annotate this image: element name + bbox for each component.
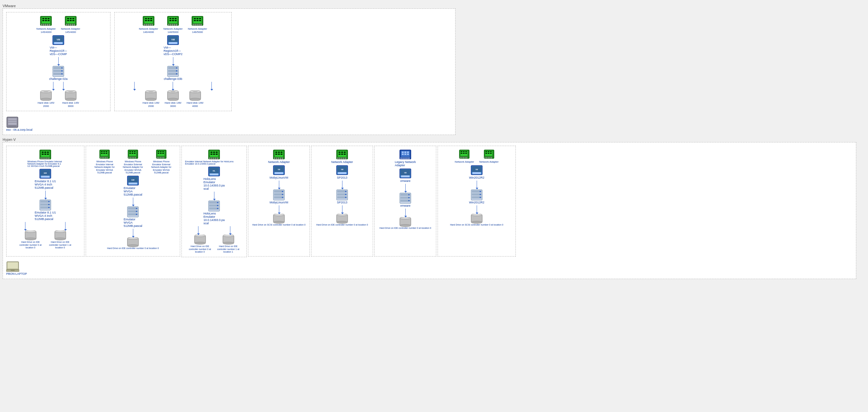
hv-na-emwvga-3: Windows Phone Emulator External Network … bbox=[149, 149, 174, 174]
hv-disk-vmware-label: Hard Drive on IDE controller number 0 at… bbox=[380, 227, 431, 229]
svg-rect-227 bbox=[275, 152, 277, 153]
svg-rect-183 bbox=[129, 182, 137, 184]
svg-point-102 bbox=[170, 91, 176, 92]
svg-rect-158 bbox=[132, 151, 133, 152]
svg-rect-164 bbox=[130, 157, 131, 158]
hyperv-vms-row: Windows Phone Emulator Internal Network … bbox=[6, 146, 853, 257]
challenge-03b: challenge-03b bbox=[118, 65, 228, 81]
svg-rect-177 bbox=[158, 157, 159, 158]
svg-rect-78 bbox=[199, 20, 201, 21]
hv-vm-sp2013-icon: VM bbox=[336, 165, 348, 176]
svg-rect-149 bbox=[105, 153, 107, 154]
disk-left-1-icon bbox=[40, 90, 52, 101]
server-right-icon bbox=[167, 65, 179, 77]
svg-text:VM: VM bbox=[172, 38, 175, 41]
svg-rect-340 bbox=[479, 191, 481, 192]
svg-rect-217 bbox=[217, 205, 218, 206]
disk-r1-icon bbox=[145, 90, 157, 101]
vmware-label: VMware bbox=[3, 4, 865, 8]
disk-146-2000: Hard disk 146/2000 bbox=[143, 90, 160, 108]
svg-rect-3 bbox=[45, 18, 47, 19]
hv-vm-emwvga-icon: EM bbox=[127, 175, 139, 186]
vmware-left-box: Network Adapter145/4000 bbox=[6, 12, 111, 111]
svg-rect-312 bbox=[463, 153, 465, 154]
hv-na-emwvga-1-icon bbox=[99, 149, 110, 160]
vmware-left-disks: Hard disk 145/2000 Hard disk 145/3000 bbox=[10, 90, 107, 108]
svg-rect-210 bbox=[210, 173, 218, 175]
hv-vm-mobylinux: Network Adapter VM MobyLinuxVM bbox=[248, 146, 310, 257]
hv-vm-emwvga: Windows Phone Emulator Internal Network … bbox=[86, 146, 180, 257]
hv-vm-emwvga-label: EmulatorWVGA512MB.pascal bbox=[123, 186, 142, 196]
svg-rect-12 bbox=[49, 24, 50, 26]
hv-em81u1-disks: Hard Drive on IDE controller number 0 at… bbox=[10, 231, 81, 249]
svg-rect-120 bbox=[40, 157, 42, 159]
svg-rect-341 bbox=[479, 194, 481, 195]
svg-point-43 bbox=[65, 98, 76, 101]
svg-rect-18 bbox=[67, 20, 69, 21]
hv-na-em81u1-label: Windows Phone Emulator Internal Network … bbox=[27, 160, 63, 167]
svg-rect-189 bbox=[136, 208, 137, 209]
svg-rect-117 bbox=[42, 153, 44, 155]
svg-rect-288 bbox=[402, 157, 404, 159]
svg-rect-67 bbox=[170, 24, 172, 26]
disk-146-4000-label: Hard disk 146/4000 bbox=[187, 101, 204, 108]
svg-rect-114 bbox=[42, 152, 44, 153]
svg-rect-165 bbox=[132, 157, 133, 158]
svg-point-105 bbox=[190, 98, 201, 101]
svg-rect-134 bbox=[48, 204, 50, 205]
hv-server-vmware: vmware bbox=[378, 192, 433, 207]
svg-point-251 bbox=[273, 221, 284, 224]
disk-146-3000-label: Hard disk 146/3000 bbox=[164, 101, 182, 108]
svg-rect-231 bbox=[278, 153, 280, 155]
svg-rect-191 bbox=[136, 214, 137, 215]
svg-rect-310 bbox=[465, 151, 467, 152]
hv-vm-sp2013: Network Adapter VM SP2013 bbox=[311, 146, 373, 257]
pbon-host: PBON-LAPTOP bbox=[6, 261, 853, 275]
svg-rect-260 bbox=[337, 157, 339, 159]
server-left-icon bbox=[52, 65, 64, 77]
hv-vm-hololens-label: HoloLensEmulator10.0.14393.0.pascal bbox=[203, 177, 224, 190]
svg-rect-173 bbox=[158, 153, 159, 154]
svg-rect-334 bbox=[472, 172, 481, 174]
svg-rect-309 bbox=[463, 151, 465, 152]
hv-disk-win2012r2-icon bbox=[471, 214, 483, 224]
svg-rect-199 bbox=[216, 152, 218, 153]
svg-rect-60 bbox=[169, 18, 172, 19]
hv-disk-em81u1-1-icon bbox=[54, 231, 66, 240]
svg-rect-167 bbox=[135, 157, 136, 158]
vmware-right-adapters-row: Network Adapter146/4000 bbox=[118, 16, 228, 34]
svg-rect-36 bbox=[61, 73, 63, 74]
disk-145-2000-label: Hard disk 145/2000 bbox=[37, 101, 54, 108]
hv-disk-emwvga-label: Hard Drive on IDE controller number 0 at… bbox=[107, 247, 159, 249]
svg-rect-205 bbox=[213, 157, 214, 159]
svg-rect-6 bbox=[45, 20, 47, 21]
svg-point-106 bbox=[192, 91, 198, 92]
disk-left-2-icon bbox=[64, 90, 77, 101]
svg-rect-329 bbox=[488, 157, 489, 158]
svg-rect-5 bbox=[42, 20, 44, 21]
svg-rect-86 bbox=[169, 42, 177, 44]
hv-emwvga-adapters: Windows Phone Emulator Internal Network … bbox=[89, 149, 177, 174]
svg-rect-147 bbox=[101, 153, 103, 154]
hv-srv-sp2013-icon bbox=[336, 189, 348, 201]
hv-server-sp2013: SP2013 bbox=[315, 189, 370, 204]
svg-rect-56 bbox=[150, 24, 151, 26]
svg-rect-127 bbox=[41, 176, 50, 178]
vmware-right-vm: VM VM—RegionAOf—vDS—COMP2 bbox=[118, 35, 228, 56]
hv-na-sp2013-icon bbox=[336, 149, 348, 160]
svg-rect-157 bbox=[129, 151, 131, 152]
vmware-left-adapters-row: Network Adapter145/4000 bbox=[10, 16, 107, 34]
svg-point-39 bbox=[40, 98, 52, 101]
hv-disk-moby-icon bbox=[273, 214, 285, 224]
svg-point-220 bbox=[194, 235, 206, 237]
svg-rect-317 bbox=[465, 157, 466, 158]
svg-rect-52 bbox=[150, 20, 152, 21]
svg-rect-9 bbox=[43, 24, 44, 26]
svg-rect-35 bbox=[61, 70, 63, 71]
svg-rect-162 bbox=[134, 153, 135, 154]
hv-vm-win2012r2-icon: VM bbox=[470, 165, 483, 176]
hv-na-emwvga-2-icon bbox=[127, 149, 138, 160]
svg-rect-19 bbox=[70, 20, 72, 21]
svg-rect-176 bbox=[157, 157, 158, 158]
disk-146-2000-label: Hard disk 146/2000 bbox=[143, 101, 160, 108]
